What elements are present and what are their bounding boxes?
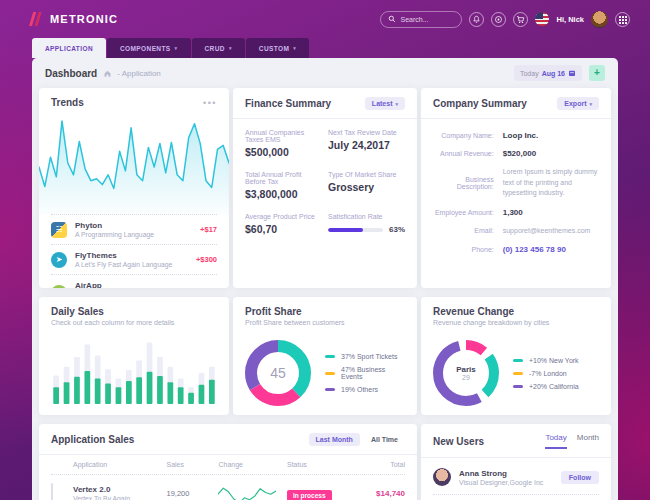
filter-all-time[interactable]: All Time — [364, 433, 405, 446]
content-panel: Dashboard - Application Today Aug 16 + — [32, 58, 618, 500]
status-badge: In process — [287, 490, 332, 500]
legend-dash — [325, 355, 335, 358]
chevron-down-icon — [395, 101, 398, 107]
row-label: Employee Amount: — [433, 209, 503, 216]
checkbox[interactable] — [51, 483, 53, 500]
user-avatar[interactable] — [591, 11, 608, 28]
app-desc: Vertex To By Again — [73, 495, 166, 500]
tab-crud[interactable]: CRUD — [192, 38, 245, 58]
company-row: Employee Amount: 1,300 — [433, 208, 599, 217]
field-label: Satisfication Rate — [328, 213, 405, 220]
tab-label: CRUD — [205, 45, 225, 52]
more-menu-icon[interactable]: ••• — [203, 101, 217, 105]
item-info: Phyton A Programming Language — [75, 221, 154, 238]
new-users-tabs: Today Month — [545, 433, 599, 449]
revenue-change-content: Paris 29 +10% New York -7% London — [421, 334, 611, 406]
filter-last-month[interactable]: Last Month — [309, 433, 360, 446]
cell-sales: 19,200 — [166, 489, 218, 498]
legend-dash — [325, 372, 335, 375]
revenue-change-donut: Paris 29 — [433, 340, 499, 406]
user-role: Visual Designer,Google Inc — [459, 479, 543, 486]
dashboard-grid: Trends ••• ☵ Phyton A Programming Langua… — [32, 88, 618, 500]
add-button[interactable]: + — [589, 65, 605, 81]
progress-row: 63% — [328, 225, 405, 234]
list-item[interactable]: ☵ Phyton A Programming Language +$17 — [51, 214, 217, 244]
list-item[interactable]: ➤ FlyThemes A Let's Fly Fast Again Langu… — [51, 244, 217, 274]
tab-month[interactable]: Month — [577, 433, 599, 449]
home-icon[interactable] — [103, 69, 112, 78]
progress-fill — [328, 228, 363, 232]
settings-button[interactable] — [491, 12, 506, 27]
user-row[interactable]: Milano Esco Product Designer, Apple Inc … — [433, 494, 599, 500]
company-row: Phone: (0) 123 456 78 90 — [433, 245, 599, 254]
card-subtitle: Check out each column for more details — [51, 319, 217, 326]
row-label: Annual Revenue: — [433, 150, 503, 157]
calendar-icon — [568, 69, 576, 77]
finance-field: Type Of Market Share Grossery — [328, 171, 405, 200]
latest-dropdown[interactable]: Latest — [365, 97, 405, 110]
user-row[interactable]: Anna Strong Visual Designer,Google Inc F… — [433, 460, 599, 494]
export-dropdown[interactable]: Export — [557, 97, 599, 110]
date-value: Aug 16 — [542, 70, 565, 77]
row-value: $520,000 — [503, 149, 599, 158]
col-application: Application — [73, 461, 166, 468]
finance-field: Total Annual Profit Before Tax $3,800,00… — [245, 171, 322, 200]
card-subtitle: Revenue change breakdown by cities — [433, 319, 599, 326]
trends-area-chart — [39, 116, 229, 214]
logo[interactable]: METRONIC — [27, 11, 118, 27]
row-value: Loop Inc. — [503, 131, 599, 140]
cart-button[interactable] — [513, 12, 528, 27]
item-desc: A Programming Language — [75, 231, 154, 238]
card-daily-sales: Daily Sales Check out each column for mo… — [39, 297, 229, 415]
tab-custom[interactable]: CUSTOM — [246, 38, 309, 58]
avatar — [433, 468, 451, 486]
app-name: Vertex 2.0 — [73, 485, 166, 494]
quick-panel-button[interactable] — [615, 12, 630, 27]
company-row: Business Description: Lorem Ipsum is sim… — [433, 167, 599, 199]
legend-dash — [325, 388, 335, 391]
daily-sales-bar-chart — [51, 342, 217, 404]
company-row: Email: supporet@keenthemes.com — [433, 226, 599, 237]
satisfaction-field: Satisfication Rate 63% — [328, 213, 405, 235]
legend-label: 19% Others — [341, 386, 378, 393]
company-body: Company Name: Loop Inc. Annual Revenue: … — [421, 119, 611, 275]
notifications-button[interactable] — [469, 12, 484, 27]
trends-list: ☵ Phyton A Programming Language +$17 ➤ F… — [39, 214, 229, 288]
search-icon — [388, 15, 396, 23]
item-name: Phyton — [75, 221, 154, 230]
tab-application[interactable]: APPLICATION — [32, 38, 106, 58]
card-title: Company Summary — [433, 98, 527, 109]
legend-item: +10% New York — [513, 357, 579, 364]
search-box[interactable] — [380, 11, 462, 28]
breadcrumb[interactable]: - Application — [117, 69, 161, 78]
row-value: 1,300 — [503, 208, 599, 217]
new-users-header: New Users Today Month — [421, 424, 611, 458]
tab-today[interactable]: Today — [545, 433, 566, 449]
follow-button[interactable]: Follow — [561, 471, 599, 484]
cell-total: $14,740 — [353, 489, 405, 498]
donut-center-value: 45 — [270, 365, 286, 381]
card-title: Finance Summary — [245, 98, 331, 109]
app-sales-table: Application Sales Change Status Total Ve… — [39, 455, 417, 500]
donut-center-value: 29 — [462, 374, 470, 381]
legend-item: +20% California — [513, 383, 579, 390]
field-label: Total Annual Profit Before Tax — [245, 171, 322, 185]
tab-components[interactable]: COMPONENTS — [107, 38, 191, 58]
row-label: Company Name: — [433, 132, 503, 139]
table-row[interactable]: Vertex 2.0 Vertex To By Again 19,200 In … — [51, 474, 405, 500]
grid-icon — [619, 16, 621, 18]
logo-mark-icon — [27, 11, 43, 27]
item-desc: A Let's Fly Fast Again Language — [75, 261, 172, 268]
date-picker[interactable]: Today Aug 16 — [514, 65, 582, 81]
legend-dash — [513, 359, 523, 362]
field-value: $500,000 — [245, 146, 322, 158]
search-input[interactable] — [400, 16, 454, 23]
legend-item: 37% Sport Tickets — [325, 353, 405, 360]
col-status: Status — [287, 461, 353, 468]
language-flag-icon[interactable] — [535, 12, 549, 26]
item-info: AirApp Awesome App For Project Managemen… — [75, 281, 184, 288]
row-value[interactable]: (0) 123 456 78 90 — [503, 245, 599, 254]
bell-icon — [472, 15, 481, 24]
card-subtitle: Profit Share between customers — [245, 319, 405, 326]
list-item[interactable]: Air AirApp Awesome App For Project Manag… — [51, 274, 217, 288]
